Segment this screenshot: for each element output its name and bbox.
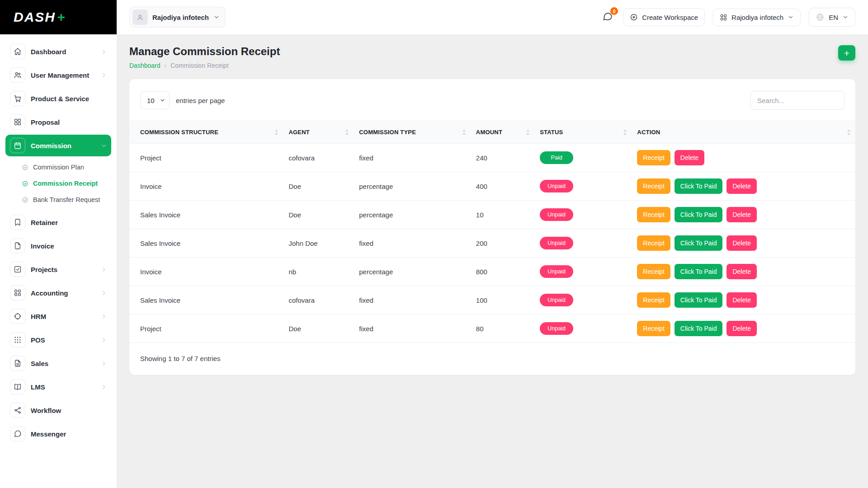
sidebar-subitem-label: Commission Receipt <box>33 180 98 187</box>
sidebar-subitem-commission-plan[interactable]: Commission Plan <box>18 159 111 175</box>
sidebar-item-product-service[interactable]: Product & Service <box>5 88 111 109</box>
column-header-agent[interactable]: AGENT <box>283 121 354 144</box>
entries-per-page-label: entries per page <box>176 97 225 104</box>
action-cell: ReceiptClick To PaidDelete <box>632 172 855 201</box>
paid-button[interactable]: Click To Paid <box>675 321 723 336</box>
sidebar-subitem-bank-transfer-request[interactable]: Bank Transfer Request <box>18 192 111 208</box>
sort-icon <box>526 129 530 136</box>
sidebar-item-sales[interactable]: Sales <box>5 352 111 374</box>
sort-icon <box>623 129 627 136</box>
page-size-wrapper: 10 <box>140 91 170 109</box>
paid-button[interactable]: Click To Paid <box>675 235 723 251</box>
receipt-button[interactable]: Receipt <box>637 264 670 279</box>
sidebar-item-user-management[interactable]: User Management <box>5 64 111 86</box>
receipt-button[interactable]: Receipt <box>637 178 670 194</box>
sort-icon <box>345 129 349 136</box>
table-card: 10 entries per page COMMISSION STRUCTURE… <box>129 79 855 375</box>
delete-button[interactable]: Delete <box>726 292 756 308</box>
calendar-icon <box>10 138 25 153</box>
receipt-button[interactable]: Receipt <box>637 292 670 308</box>
delete-button[interactable]: Delete <box>726 264 756 279</box>
delete-button[interactable]: Delete <box>726 321 756 336</box>
chevron-right-icon <box>101 361 107 366</box>
action-cell: ReceiptClick To PaidDelete <box>632 201 855 229</box>
delete-button[interactable]: Delete <box>675 150 704 165</box>
table-body: Projectcofovarafixed240PaidReceiptDelete… <box>129 144 855 343</box>
sidebar-item-dashboard[interactable]: Dashboard <box>5 41 111 62</box>
page-size-select[interactable]: 10 <box>140 91 170 109</box>
create-workspace-button[interactable]: Create Workspace <box>623 8 705 26</box>
language-dropdown[interactable]: EN <box>809 8 855 27</box>
bookmark-icon <box>10 215 25 230</box>
sidebar-item-pos[interactable]: POS <box>5 329 111 351</box>
breadcrumb: Dashboard › Commission Receipt <box>129 62 280 69</box>
chevron-down-icon <box>842 14 849 20</box>
app-logo[interactable]: DASH + <box>0 0 117 34</box>
sidebar-item-messenger[interactable]: Messenger <box>5 423 111 445</box>
sidebar: DASH + DashboardUser ManagementProduct &… <box>0 0 117 488</box>
delete-button[interactable]: Delete <box>726 235 756 251</box>
column-header-status[interactable]: STATUS <box>534 121 632 144</box>
target-icon <box>10 309 25 324</box>
circle-check-icon <box>22 164 28 171</box>
message-icon <box>10 426 25 441</box>
status-badge: Unpaid <box>540 322 573 335</box>
column-header-amount[interactable]: AMOUNT <box>471 121 534 144</box>
sidebar-subitem-commission-receipt[interactable]: Commission Receipt <box>18 175 111 192</box>
commission-structure-cell: Project <box>129 144 283 172</box>
receipt-button[interactable]: Receipt <box>637 207 670 222</box>
status-cell: Unpaid <box>534 258 632 286</box>
sidebar-item-retainer[interactable]: Retainer <box>5 211 111 233</box>
logo-text: DASH <box>14 9 56 25</box>
sidebar-item-lms[interactable]: LMS <box>5 376 111 398</box>
paid-button[interactable]: Click To Paid <box>675 178 723 194</box>
sidebar-item-accounting[interactable]: Accounting <box>5 282 111 304</box>
sidebar-item-label: Workflow <box>31 407 107 414</box>
commission-structure-cell: Invoice <box>129 258 283 286</box>
amount-cell: 100 <box>471 286 534 314</box>
sidebar-item-proposal[interactable]: Proposal <box>5 111 111 133</box>
delete-button[interactable]: Delete <box>726 207 756 222</box>
chevron-right-icon <box>101 337 107 343</box>
sidebar-item-workflow[interactable]: Workflow <box>5 399 111 421</box>
cart-icon <box>10 91 25 106</box>
breadcrumb-dashboard-link[interactable]: Dashboard <box>129 62 160 69</box>
sidebar-item-commission[interactable]: Commission <box>5 135 111 156</box>
paid-button[interactable]: Click To Paid <box>675 207 723 222</box>
column-header-commission-type[interactable]: COMMISSION TYPE <box>354 121 471 144</box>
dots-grid-icon <box>10 332 25 347</box>
receipt-button[interactable]: Receipt <box>637 321 670 336</box>
commission-type-cell: fixed <box>354 314 471 343</box>
sidebar-item-hrm[interactable]: HRM <box>5 305 111 327</box>
layout-grid-icon <box>10 285 25 300</box>
search-input[interactable] <box>750 91 844 110</box>
sidebar-item-projects[interactable]: Projects <box>5 258 111 280</box>
receipt-button[interactable]: Receipt <box>637 150 670 165</box>
table-row: Sales InvoiceJohn Doefixed200UnpaidRecei… <box>129 229 855 258</box>
column-header-commission-structure[interactable]: COMMISSION STRUCTURE <box>129 121 283 144</box>
table-row: ProjectDoefixed80UnpaidReceiptClick To P… <box>129 314 855 343</box>
sidebar-item-invoice[interactable]: Invoice <box>5 235 111 257</box>
sidebar-item-label: Retainer <box>31 219 107 226</box>
delete-button[interactable]: Delete <box>726 178 756 194</box>
company-dropdown[interactable]: Rajodiya infotech <box>713 9 801 26</box>
chevron-right-icon <box>101 267 107 272</box>
chevron-right-icon <box>101 314 107 319</box>
commission-type-cell: percentage <box>354 201 471 229</box>
add-commission-receipt-button[interactable]: + <box>838 45 855 61</box>
receipt-button[interactable]: Receipt <box>637 235 670 251</box>
paid-button[interactable]: Click To Paid <box>675 292 723 308</box>
circle-check-icon <box>22 180 28 187</box>
amount-cell: 200 <box>471 229 534 258</box>
workspace-selector[interactable]: Rajodiya infotech <box>129 7 226 28</box>
paid-button[interactable]: Click To Paid <box>675 264 723 279</box>
commission-structure-cell: Sales Invoice <box>129 201 283 229</box>
sort-icon <box>462 129 466 136</box>
page-header: Manage Commission Receipt Dashboard › Co… <box>129 45 855 69</box>
sidebar-subitem-label: Bank Transfer Request <box>33 196 100 203</box>
table-controls: 10 entries per page <box>129 91 855 110</box>
messages-button[interactable]: 0 <box>600 9 615 25</box>
sidebar-item-label: User Management <box>31 71 95 79</box>
column-header-action[interactable]: ACTION <box>632 121 855 144</box>
commission-structure-cell: Project <box>129 314 283 343</box>
